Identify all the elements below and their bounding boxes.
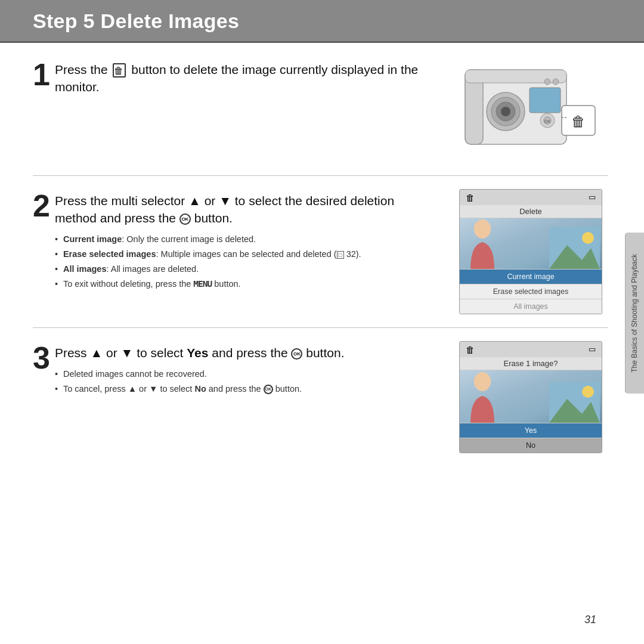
step-3-content: 3 Press ▲ or ▼ to select Yes and press t… [33,341,453,398]
step-2: 2 Press the multi selector ▲ or ▼ to sel… [33,189,608,328]
step-2-bullet-3: All images: All images are deleted. [55,263,435,275]
page-number: 31 [584,614,596,626]
page-title: Step 5 Delete Images [33,10,608,33]
step-2-bullet-2: Erase selected images: Multiple images c… [55,248,435,261]
svg-text:OK: OK [544,119,550,123]
svg-point-20 [582,232,594,244]
screen-2-topbar: 🗑 ▭ [460,190,602,205]
step-2-text-block: Press the multi selector ▲ or ▼ to selec… [55,189,435,293]
screen-3-image [460,370,602,423]
step-3: 3 Press ▲ or ▼ to select Yes and press t… [33,341,608,453]
battery-icon-screen3: ▭ [589,345,596,355]
step-3-bullets: Deleted images cannot be recovered. To c… [55,368,345,395]
step-2-content: 2 Press the multi selector ▲ or ▼ to sel… [33,189,453,293]
menu-current-image: Current image [460,269,602,284]
step-1-content: 1 Press the 🗑 button to delete the image… [33,58,453,96]
menu-all-images: All images [460,299,602,314]
step-3-number: 3 [33,342,50,373]
sidebar-label: The Basics of Shooting and Playback [629,249,641,377]
sidebar-tab: The Basics of Shooting and Playback [625,233,644,394]
svg-point-9 [553,79,559,85]
svg-rect-2 [465,70,566,83]
delete-screen: 🗑 ▭ Delete [459,189,602,314]
screen-3-title: Erase 1 image? [460,357,602,370]
step-3-bullet-2: To cancel, press ▲ or ▼ to select No and… [55,383,345,395]
step-1-text: Press the 🗑 button to delete the image c… [55,61,435,96]
trash-icon-screen2: 🗑 [466,193,475,203]
step-1: 1 Press the 🗑 button to delete the image… [33,58,608,176]
step-3-heading: Press ▲ or ▼ to select Yes and press the… [55,345,345,362]
svg-point-22 [474,373,491,388]
step-2-heading: Press the multi selector ▲ or ▼ to selec… [55,193,435,227]
menu-yes: Yes [460,423,602,438]
menu-no: No [460,438,602,453]
step-2-bullet-1: Current image: Only the current image is… [55,233,435,246]
step-1-number: 1 [33,59,50,90]
step-3-illustration: 🗑 ▭ Erase 1 image? [453,341,608,453]
menu-erase-selected: Erase selected images [460,284,602,299]
camera-diagram: OK 🗑 [459,58,602,162]
step-2-number: 2 [33,190,50,221]
svg-text:🗑: 🗑 [571,113,586,129]
erase-screen: 🗑 ▭ Erase 1 image? [459,341,602,453]
page-header: Step 5 Delete Images [0,0,644,43]
screen-3-topbar: 🗑 ▭ [460,342,602,357]
battery-icon-screen2: ▭ [589,193,596,203]
svg-point-6 [501,107,510,116]
screen-2-title: Delete [460,205,602,218]
step-2-bullets: Current image: Only the current image is… [55,233,435,290]
step-1-illustration: OK 🗑 [453,58,608,162]
step-3-bullet-1: Deleted images cannot be recovered. [55,368,345,380]
trash-icon-screen3: 🗑 [466,345,475,355]
svg-point-8 [544,79,550,85]
screen-2-menu: Current image Erase selected images All … [460,269,602,314]
svg-point-17 [474,221,491,235]
screen-2-image [460,218,602,269]
step-2-illustration: 🗑 ▭ Delete [453,189,608,314]
trash-icon-step1: 🗑 [113,63,126,78]
screen-3-menu: Yes No [460,423,602,453]
svg-point-25 [582,386,594,398]
step-2-bullet-4: To exit without deleting, press the MENU… [55,278,435,290]
svg-rect-7 [530,88,561,113]
step-3-text-block: Press ▲ or ▼ to select Yes and press the… [55,341,345,398]
